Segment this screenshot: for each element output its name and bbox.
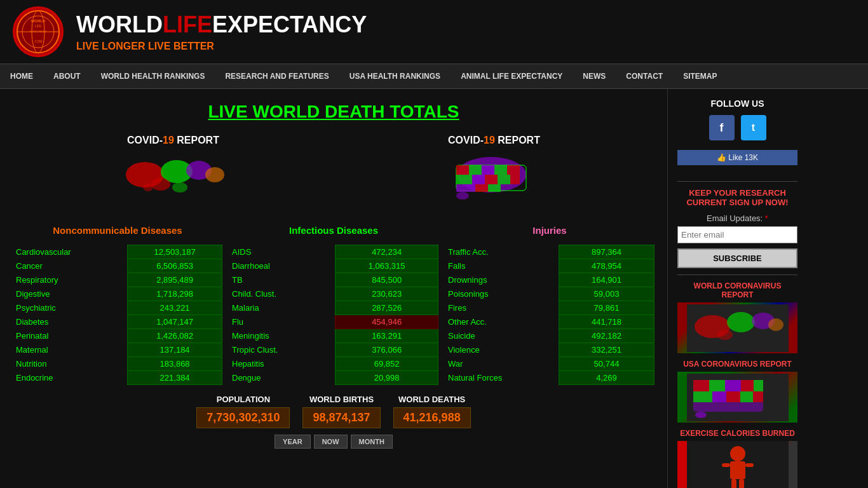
svg-point-15 xyxy=(143,184,153,191)
table-row[interactable]: Tropic Clust.376,066 xyxy=(229,343,438,357)
nav-sitemap[interactable]: SITEMAP xyxy=(673,64,727,88)
svg-point-14 xyxy=(172,182,187,193)
injury-value: 441,718 xyxy=(559,315,654,329)
table-row[interactable]: Perinatal1,426,082 xyxy=(13,329,222,343)
table-row[interactable]: Suicide492,182 xyxy=(445,329,654,343)
table-row[interactable]: Falls478,954 xyxy=(445,259,654,273)
nav-home[interactable]: HOME xyxy=(0,64,43,88)
svg-rect-21 xyxy=(482,165,494,175)
injury-name: Natural Forces xyxy=(445,371,559,385)
table-row[interactable]: Natural Forces4,269 xyxy=(445,371,654,385)
svg-rect-22 xyxy=(494,165,507,175)
table-row[interactable]: Psychiatric243,221 xyxy=(13,301,222,315)
nav-usa-health[interactable]: USA HEALTH RANKINGS xyxy=(339,64,451,88)
usa-covid-image[interactable] xyxy=(677,372,797,423)
injury-value: 164,901 xyxy=(559,273,654,287)
svg-rect-29 xyxy=(456,184,475,192)
like-button[interactable]: 👍 Like 13K xyxy=(677,150,797,165)
table-row[interactable]: Cardiovascular12,503,187 xyxy=(13,245,222,259)
disease-name: Dengue xyxy=(229,371,336,385)
table-row[interactable]: Malaria287,526 xyxy=(229,301,438,315)
table-row[interactable]: Other Acc.441,718 xyxy=(445,315,654,329)
now-button[interactable]: NOW xyxy=(314,435,348,449)
covid-usa-prefix: COVID- xyxy=(448,135,484,146)
table-row[interactable]: Flu454,946 xyxy=(229,315,438,329)
table-row[interactable]: Drownings164,901 xyxy=(445,273,654,287)
covid-usa-link[interactable]: COVID-19 REPORT xyxy=(448,135,540,146)
table-row[interactable]: Child. Clust.230,623 xyxy=(229,287,438,301)
twitter-icon[interactable]: t xyxy=(741,115,766,140)
table-row[interactable]: Dengue20,998 xyxy=(229,371,438,385)
site-logo[interactable]: WORLD LIFE EXPECTANCY .COM xyxy=(13,6,64,57)
disease-value: 243,221 xyxy=(128,301,222,315)
svg-point-13 xyxy=(151,178,170,191)
nav-world-health[interactable]: WORLD HEALTH RANKINGS xyxy=(91,64,215,88)
table-row[interactable]: War50,744 xyxy=(445,357,654,371)
injury-name: Other Acc. xyxy=(445,315,559,329)
email-label: Email Updates: * xyxy=(677,214,797,223)
table-row[interactable]: Poisonings59,003 xyxy=(445,287,654,301)
injury-value: 79,861 xyxy=(559,301,654,315)
disease-value: 20,998 xyxy=(336,371,438,385)
year-button[interactable]: YEAR xyxy=(275,435,311,449)
title-expectancy: EXPECTANCY xyxy=(212,11,367,37)
table-row[interactable]: Endocrine221,384 xyxy=(13,371,222,385)
table-row[interactable]: Maternal137,184 xyxy=(13,343,222,357)
disease-name: Maternal xyxy=(13,343,128,357)
table-row[interactable]: TB845,500 xyxy=(229,273,438,287)
covid-world-link[interactable]: COVID-19 REPORT xyxy=(127,135,219,146)
nav-news[interactable]: NEWS xyxy=(573,64,616,88)
world-map-svg xyxy=(116,152,231,203)
table-row[interactable]: Diarrhoeal1,063,315 xyxy=(229,259,438,273)
disease-value: 163,291 xyxy=(336,329,438,343)
sidebar-cta: KEEP YOUR RESEARCH CURRENT SIGN UP NOW! xyxy=(677,188,797,207)
facebook-icon[interactable]: f xyxy=(709,115,735,140)
svg-rect-27 xyxy=(498,175,510,184)
disease-value: 1,426,082 xyxy=(128,329,222,343)
svg-point-32 xyxy=(456,192,469,200)
table-row[interactable]: Fires79,861 xyxy=(445,301,654,315)
svg-text:LIFE: LIFE xyxy=(35,24,42,28)
table-row[interactable]: Digestive1,718,298 xyxy=(13,287,222,301)
sidebar-divider-2 xyxy=(677,274,797,275)
nav-research[interactable]: RESEARCH AND FEATURES xyxy=(215,64,339,88)
table-row[interactable]: Nutrition183,868 xyxy=(13,357,222,371)
table-row[interactable]: Respiratory2,895,489 xyxy=(13,273,222,287)
table-row[interactable]: AIDS472,234 xyxy=(229,245,438,259)
injury-name: Poisonings xyxy=(445,287,559,301)
nav-contact[interactable]: CONTACT xyxy=(616,64,673,88)
covid-reports-row: COVID-19 REPORT xyxy=(13,135,654,210)
email-input[interactable] xyxy=(677,226,797,243)
disease-name: Endocrine xyxy=(13,371,128,385)
exercise-image[interactable] xyxy=(677,441,797,488)
table-row[interactable]: Violence332,251 xyxy=(445,343,654,357)
disease-name: Diabetes xyxy=(13,315,128,329)
deaths-label: WORLD DEATHS xyxy=(393,395,471,404)
population-label: POPULATION xyxy=(196,395,290,404)
table-row[interactable]: Cancer6,506,853 xyxy=(13,259,222,273)
births-value: 98,874,137 xyxy=(302,407,380,428)
injury-value: 332,251 xyxy=(559,343,654,357)
table-row[interactable]: Hepatitis69,852 xyxy=(229,357,438,371)
world-covid-image[interactable] xyxy=(677,302,797,353)
disease-name: TB xyxy=(229,273,336,287)
email-label-text: Email Updates: xyxy=(707,214,763,223)
subscribe-button[interactable]: SUBSCRIBE xyxy=(677,248,797,268)
covid-world-19: 19 xyxy=(163,135,174,146)
noncommunicable-col: Noncommunicable Diseases Cardiovascular1… xyxy=(13,222,222,385)
nav-about[interactable]: ABOUT xyxy=(43,64,91,88)
disease-value: 454,946 xyxy=(336,315,438,329)
svg-rect-25 xyxy=(472,175,485,184)
disease-name: Psychiatric xyxy=(13,301,128,315)
table-row[interactable]: Meningitis163,291 xyxy=(229,329,438,343)
table-row[interactable]: Diabetes1,047,147 xyxy=(13,315,222,329)
month-button[interactable]: MONTH xyxy=(351,435,393,449)
usa-covid-title: USA CORONAVIRUS REPORT xyxy=(677,360,797,369)
table-row[interactable]: Traffic Acc.897,364 xyxy=(445,245,654,259)
follow-us-title: FOLLOW US xyxy=(677,98,797,109)
title-life: LIFE xyxy=(163,11,212,37)
nav-animal[interactable]: ANIMAL LIFE EXPECTANCY xyxy=(451,64,573,88)
svg-rect-58 xyxy=(739,479,744,488)
injury-name: Violence xyxy=(445,343,559,357)
site-tagline: LIVE LONGER LIVE BETTER xyxy=(76,41,367,52)
